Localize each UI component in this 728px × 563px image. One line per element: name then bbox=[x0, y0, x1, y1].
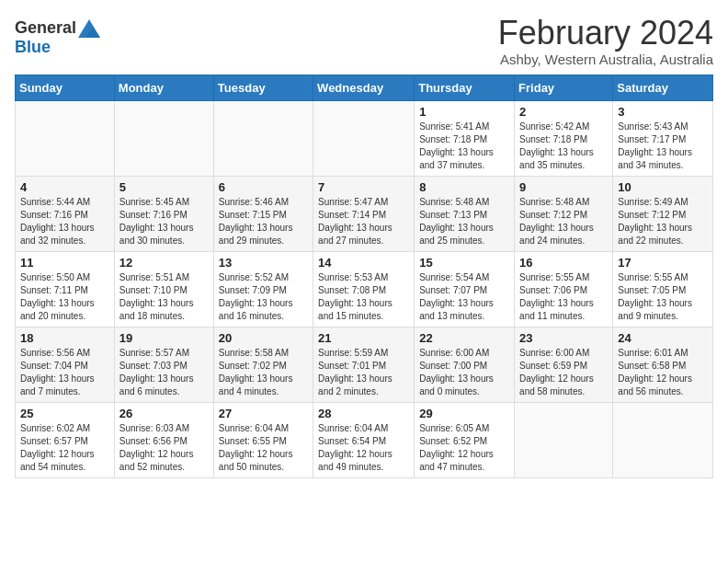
day-number: 4 bbox=[20, 180, 109, 194]
calendar-cell: 23Sunrise: 6:00 AM Sunset: 6:59 PM Dayli… bbox=[515, 327, 613, 402]
day-number: 18 bbox=[20, 331, 109, 345]
calendar-cell: 29Sunrise: 6:05 AM Sunset: 6:52 PM Dayli… bbox=[415, 402, 515, 477]
calendar-cell bbox=[16, 100, 115, 176]
day-info: Sunrise: 5:56 AM Sunset: 7:04 PM Dayligh… bbox=[20, 347, 109, 398]
calendar-cell bbox=[213, 100, 313, 176]
day-info: Sunrise: 5:46 AM Sunset: 7:15 PM Dayligh… bbox=[219, 196, 308, 247]
day-info: Sunrise: 5:44 AM Sunset: 7:16 PM Dayligh… bbox=[20, 196, 109, 247]
calendar-cell bbox=[313, 100, 415, 176]
day-info: Sunrise: 5:42 AM Sunset: 7:18 PM Dayligh… bbox=[519, 121, 608, 172]
day-info: Sunrise: 5:43 AM Sunset: 7:17 PM Dayligh… bbox=[618, 121, 708, 172]
day-info: Sunrise: 5:45 AM Sunset: 7:16 PM Dayligh… bbox=[119, 196, 209, 247]
calendar-cell: 13Sunrise: 5:52 AM Sunset: 7:09 PM Dayli… bbox=[213, 251, 313, 327]
day-number: 22 bbox=[419, 331, 509, 345]
calendar-cell: 5Sunrise: 5:45 AM Sunset: 7:16 PM Daylig… bbox=[114, 176, 213, 251]
calendar-cell: 7Sunrise: 5:47 AM Sunset: 7:14 PM Daylig… bbox=[313, 176, 415, 251]
day-number: 16 bbox=[519, 256, 608, 270]
day-info: Sunrise: 5:49 AM Sunset: 7:12 PM Dayligh… bbox=[618, 196, 708, 247]
calendar-cell: 24Sunrise: 6:01 AM Sunset: 6:58 PM Dayli… bbox=[613, 327, 713, 402]
day-number: 25 bbox=[20, 407, 109, 420]
day-number: 10 bbox=[618, 180, 708, 194]
header-saturday: Saturday bbox=[613, 75, 713, 100]
day-info: Sunrise: 6:00 AM Sunset: 6:59 PM Dayligh… bbox=[519, 347, 608, 398]
header-sunday: Sunday bbox=[16, 75, 115, 100]
day-number: 1 bbox=[419, 105, 509, 119]
calendar-week-2: 11Sunrise: 5:50 AM Sunset: 7:11 PM Dayli… bbox=[16, 251, 713, 327]
calendar-cell: 1Sunrise: 5:41 AM Sunset: 7:18 PM Daylig… bbox=[415, 100, 515, 176]
page-header: General Blue February 2024 Ashby, Wester… bbox=[15, 15, 713, 67]
month-title: February 2024 bbox=[498, 15, 713, 52]
day-info: Sunrise: 5:52 AM Sunset: 7:09 PM Dayligh… bbox=[219, 271, 308, 323]
day-number: 26 bbox=[119, 407, 209, 420]
calendar-cell: 3Sunrise: 5:43 AM Sunset: 7:17 PM Daylig… bbox=[613, 100, 713, 176]
calendar-week-0: 1Sunrise: 5:41 AM Sunset: 7:18 PM Daylig… bbox=[16, 100, 713, 176]
day-number: 14 bbox=[318, 256, 409, 270]
calendar-cell bbox=[613, 402, 713, 477]
logo-general-text: General bbox=[15, 18, 76, 38]
day-number: 28 bbox=[318, 407, 409, 420]
header-friday: Friday bbox=[515, 75, 613, 100]
calendar-cell: 2Sunrise: 5:42 AM Sunset: 7:18 PM Daylig… bbox=[515, 100, 613, 176]
day-number: 3 bbox=[618, 105, 708, 119]
day-info: Sunrise: 5:58 AM Sunset: 7:02 PM Dayligh… bbox=[219, 347, 308, 398]
day-number: 21 bbox=[318, 331, 409, 345]
day-number: 15 bbox=[419, 256, 509, 270]
logo-icon bbox=[78, 19, 100, 38]
calendar-cell: 10Sunrise: 5:49 AM Sunset: 7:12 PM Dayli… bbox=[613, 176, 713, 251]
calendar-cell: 22Sunrise: 6:00 AM Sunset: 7:00 PM Dayli… bbox=[415, 327, 515, 402]
day-info: Sunrise: 5:51 AM Sunset: 7:10 PM Dayligh… bbox=[119, 271, 209, 323]
day-number: 5 bbox=[119, 180, 209, 194]
calendar-week-1: 4Sunrise: 5:44 AM Sunset: 7:16 PM Daylig… bbox=[16, 176, 713, 251]
day-number: 19 bbox=[119, 331, 209, 345]
header-tuesday: Tuesday bbox=[213, 75, 313, 100]
day-info: Sunrise: 5:48 AM Sunset: 7:12 PM Dayligh… bbox=[519, 196, 608, 247]
location-subtitle: Ashby, Western Australia, Australia bbox=[498, 52, 713, 67]
calendar-table: SundayMondayTuesdayWednesdayThursdayFrid… bbox=[15, 75, 713, 478]
day-number: 27 bbox=[219, 407, 308, 420]
calendar-cell: 25Sunrise: 6:02 AM Sunset: 6:57 PM Dayli… bbox=[16, 402, 115, 477]
calendar-cell: 9Sunrise: 5:48 AM Sunset: 7:12 PM Daylig… bbox=[515, 176, 613, 251]
day-number: 17 bbox=[618, 256, 708, 270]
day-number: 7 bbox=[318, 180, 409, 194]
day-info: Sunrise: 5:47 AM Sunset: 7:14 PM Dayligh… bbox=[318, 196, 409, 247]
calendar-cell bbox=[515, 402, 613, 477]
calendar-cell: 4Sunrise: 5:44 AM Sunset: 7:16 PM Daylig… bbox=[16, 176, 115, 251]
calendar-cell: 28Sunrise: 6:04 AM Sunset: 6:54 PM Dayli… bbox=[313, 402, 415, 477]
calendar-cell: 16Sunrise: 5:55 AM Sunset: 7:06 PM Dayli… bbox=[515, 251, 613, 327]
calendar-cell: 14Sunrise: 5:53 AM Sunset: 7:08 PM Dayli… bbox=[313, 251, 415, 327]
day-info: Sunrise: 5:57 AM Sunset: 7:03 PM Dayligh… bbox=[119, 347, 209, 398]
header-monday: Monday bbox=[114, 75, 213, 100]
calendar-cell: 26Sunrise: 6:03 AM Sunset: 6:56 PM Dayli… bbox=[114, 402, 213, 477]
day-number: 6 bbox=[219, 180, 308, 194]
day-number: 23 bbox=[519, 331, 608, 345]
calendar-cell: 20Sunrise: 5:58 AM Sunset: 7:02 PM Dayli… bbox=[213, 327, 313, 402]
calendar-week-4: 25Sunrise: 6:02 AM Sunset: 6:57 PM Dayli… bbox=[16, 402, 713, 477]
day-info: Sunrise: 5:41 AM Sunset: 7:18 PM Dayligh… bbox=[419, 121, 509, 172]
calendar-cell: 21Sunrise: 5:59 AM Sunset: 7:01 PM Dayli… bbox=[313, 327, 415, 402]
calendar-cell bbox=[114, 100, 213, 176]
logo-blue-text: Blue bbox=[15, 38, 51, 57]
day-number: 24 bbox=[618, 331, 708, 345]
day-number: 11 bbox=[20, 256, 109, 270]
day-info: Sunrise: 5:53 AM Sunset: 7:08 PM Dayligh… bbox=[318, 271, 409, 323]
day-number: 29 bbox=[419, 407, 509, 420]
day-info: Sunrise: 5:59 AM Sunset: 7:01 PM Dayligh… bbox=[318, 347, 409, 398]
day-info: Sunrise: 6:04 AM Sunset: 6:55 PM Dayligh… bbox=[219, 422, 308, 474]
day-number: 20 bbox=[219, 331, 308, 345]
day-info: Sunrise: 5:55 AM Sunset: 7:06 PM Dayligh… bbox=[519, 271, 608, 323]
calendar-cell: 11Sunrise: 5:50 AM Sunset: 7:11 PM Dayli… bbox=[16, 251, 115, 327]
calendar-cell: 18Sunrise: 5:56 AM Sunset: 7:04 PM Dayli… bbox=[16, 327, 115, 402]
day-info: Sunrise: 6:00 AM Sunset: 7:00 PM Dayligh… bbox=[419, 347, 509, 398]
day-number: 9 bbox=[519, 180, 608, 194]
day-info: Sunrise: 5:50 AM Sunset: 7:11 PM Dayligh… bbox=[20, 271, 109, 323]
calendar-cell: 27Sunrise: 6:04 AM Sunset: 6:55 PM Dayli… bbox=[213, 402, 313, 477]
title-section: February 2024 Ashby, Western Australia, … bbox=[498, 15, 713, 67]
calendar-cell: 6Sunrise: 5:46 AM Sunset: 7:15 PM Daylig… bbox=[213, 176, 313, 251]
day-info: Sunrise: 6:05 AM Sunset: 6:52 PM Dayligh… bbox=[419, 422, 509, 474]
calendar-cell: 8Sunrise: 5:48 AM Sunset: 7:13 PM Daylig… bbox=[415, 176, 515, 251]
day-number: 13 bbox=[219, 256, 308, 270]
calendar-week-3: 18Sunrise: 5:56 AM Sunset: 7:04 PM Dayli… bbox=[16, 327, 713, 402]
day-info: Sunrise: 5:55 AM Sunset: 7:05 PM Dayligh… bbox=[618, 271, 708, 323]
calendar-cell: 12Sunrise: 5:51 AM Sunset: 7:10 PM Dayli… bbox=[114, 251, 213, 327]
day-number: 12 bbox=[119, 256, 209, 270]
